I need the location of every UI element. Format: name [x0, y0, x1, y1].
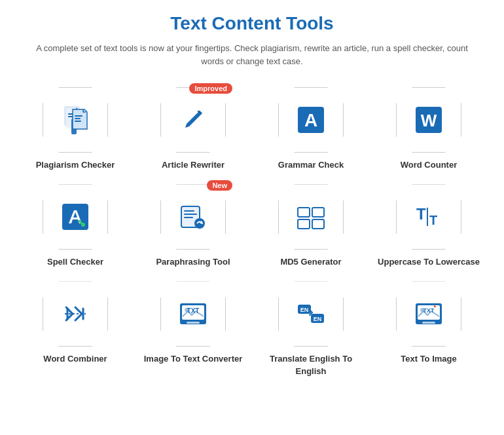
icon-wrapper-image-to-text: TXT: [160, 281, 226, 347]
icon-wrapper-md5-generator: [278, 184, 344, 250]
svg-rect-14: [184, 210, 194, 212]
svg-point-17: [194, 218, 205, 229]
tool-item-word-counter[interactable]: W Word Counter: [373, 87, 484, 171]
icon-wrapper-grammar-check: A: [278, 87, 344, 153]
svg-rect-6: [75, 121, 81, 122]
icon-container-image-to-text: TXT: [160, 281, 226, 347]
tool-label-uppercase-to-lowercase: Uppercase To Lowercase: [378, 256, 480, 268]
title-plain: Tools: [281, 13, 333, 33]
icon-wrapper-word-counter: W: [396, 87, 461, 153]
svg-point-12: [81, 223, 85, 227]
svg-text:W: W: [421, 111, 437, 130]
svg-rect-20: [298, 219, 310, 229]
svg-text:T: T: [429, 213, 437, 227]
tool-item-article-rewriter[interactable]: Improved Article Rewriter: [137, 87, 249, 171]
svg-text:EN: EN: [314, 316, 322, 322]
page-title: Text Content Tools: [20, 13, 484, 34]
tool-item-text-to-image[interactable]: TXT Text To Image: [373, 281, 484, 377]
icon-container-grammar-check: A: [278, 87, 344, 153]
badge-paraphrasing-tool: New: [207, 180, 232, 191]
tool-item-uppercase-to-lowercase[interactable]: T T Uppercase To Lowercase: [373, 184, 484, 268]
svg-rect-5: [75, 118, 81, 119]
svg-rect-16: [184, 217, 193, 218]
icon-container-article-rewriter: Improved: [160, 87, 226, 153]
tool-item-spell-checker[interactable]: Spell Checker: [20, 184, 131, 268]
svg-text:T: T: [416, 205, 426, 223]
icon-wrapper-translate-english: EN EN: [278, 281, 344, 347]
svg-rect-19: [312, 208, 324, 217]
icon-container-paraphrasing-tool: New: [160, 184, 226, 250]
title-colored: Text Content: [170, 13, 281, 33]
svg-rect-15: [184, 214, 197, 215]
svg-text:TXT: TXT: [187, 307, 200, 314]
tool-label-md5-generator: MD5 Generator: [280, 256, 341, 268]
icon-container-spell-checker: [43, 184, 108, 250]
tools-grid: Plagiarism CheckerImproved Article Rewri…: [20, 87, 484, 377]
icon-wrapper-text-to-image: TXT: [396, 281, 461, 347]
icon-wrapper-word-combiner: [43, 281, 108, 347]
tool-label-paraphrasing-tool: Paraphrasing Tool: [156, 256, 230, 268]
icon-container-word-combiner: [43, 281, 108, 347]
tool-label-grammar-check: Grammar Check: [278, 159, 344, 171]
icon-container-translate-english: EN EN: [278, 281, 344, 347]
tool-label-image-to-text: Image To Text Converter: [144, 353, 243, 365]
icon-container-md5-generator: [278, 184, 344, 250]
tool-label-text-to-image: Text To Image: [401, 353, 456, 365]
tool-item-md5-generator[interactable]: MD5 Generator: [255, 184, 367, 268]
icon-container-uppercase-to-lowercase: T T: [396, 184, 461, 250]
svg-text:EN: EN: [300, 307, 309, 313]
icon-container-plagiarism-checker: [43, 87, 108, 153]
tool-item-grammar-check[interactable]: A Grammar Check: [255, 87, 367, 171]
tool-item-translate-english[interactable]: EN EN Translate English To English: [255, 281, 367, 377]
tool-label-article-rewriter: Article Rewriter: [162, 159, 225, 171]
svg-rect-40: [422, 322, 435, 324]
icon-wrapper-spell-checker: [43, 184, 108, 250]
icon-wrapper-uppercase-to-lowercase: T T: [396, 184, 461, 250]
svg-rect-4: [75, 115, 82, 117]
svg-rect-21: [312, 219, 324, 229]
tool-label-word-combiner: Word Combiner: [43, 353, 107, 365]
page-subtitle: A complete set of text tools is now at y…: [29, 42, 475, 67]
icon-wrapper-plagiarism-checker: [43, 87, 108, 153]
tool-item-paraphrasing-tool[interactable]: New Paraphrasing Tool: [137, 184, 249, 268]
tool-label-plagiarism-checker: Plagiarism Checker: [36, 159, 115, 171]
svg-text:TXT: TXT: [423, 307, 435, 314]
icon-wrapper-article-rewriter: [160, 87, 226, 153]
tool-item-word-combiner[interactable]: Word Combiner: [20, 281, 131, 377]
icon-container-word-counter: W: [396, 87, 461, 153]
svg-rect-18: [298, 208, 310, 217]
tool-label-word-counter: Word Counter: [401, 159, 457, 171]
svg-rect-31: [187, 322, 200, 324]
tool-item-image-to-text[interactable]: TXT Image To Text Converter: [137, 281, 249, 377]
tool-label-spell-checker: Spell Checker: [47, 256, 103, 268]
icon-container-text-to-image: TXT: [396, 281, 461, 347]
tool-label-translate-english: Translate English To English: [255, 353, 367, 377]
tool-item-plagiarism-checker[interactable]: Plagiarism Checker: [20, 87, 131, 171]
svg-text:A: A: [304, 110, 317, 130]
badge-article-rewriter: Improved: [189, 83, 232, 94]
icon-wrapper-paraphrasing-tool: [160, 184, 226, 250]
